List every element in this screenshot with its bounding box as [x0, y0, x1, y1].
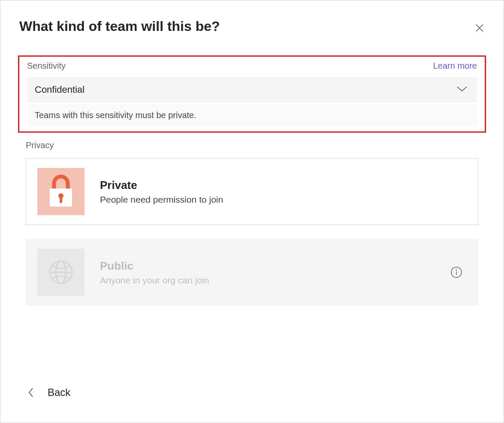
sensitivity-header: Sensitivity Learn more [27, 61, 477, 71]
sensitivity-selected-value: Confidential [35, 84, 85, 95]
lock-icon [37, 168, 85, 215]
create-team-dialog: What kind of team will this be? Sensitiv… [0, 0, 504, 423]
info-icon[interactable] [450, 266, 462, 278]
privacy-option-public-desc: Anyone in your org can join [100, 275, 435, 286]
privacy-option-private-text: Private People need permission to join [100, 179, 467, 205]
svg-rect-4 [60, 197, 62, 203]
close-button[interactable] [473, 21, 486, 35]
privacy-label: Privacy [26, 140, 478, 150]
sensitivity-helper-text: Teams with this sensitivity must be priv… [27, 104, 477, 126]
sensitivity-select[interactable]: Confidential [27, 77, 477, 103]
dialog-title: What kind of team will this be? [19, 18, 220, 34]
dialog-header: What kind of team will this be? [19, 18, 485, 35]
privacy-option-public-title: Public [100, 259, 435, 273]
privacy-option-private-title: Private [100, 179, 467, 192]
learn-more-link[interactable]: Learn more [433, 61, 477, 71]
privacy-option-public-text: Public Anyone in your org can join [100, 259, 435, 286]
privacy-option-private-desc: People need permission to join [100, 195, 467, 205]
svg-point-9 [456, 269, 457, 271]
chevron-down-icon [456, 85, 468, 94]
sensitivity-label: Sensitivity [27, 61, 66, 71]
back-label: Back [48, 386, 70, 399]
back-button[interactable]: Back [28, 386, 70, 399]
close-icon [475, 24, 484, 32]
privacy-option-public: Public Anyone in your org can join [26, 239, 478, 306]
dialog-footer: Back [28, 386, 70, 399]
privacy-option-private[interactable]: Private People need permission to join [26, 158, 478, 225]
sensitivity-section-highlight: Sensitivity Learn more Confidential Team… [18, 55, 486, 133]
chevron-left-icon [28, 387, 34, 398]
globe-icon [37, 249, 85, 296]
